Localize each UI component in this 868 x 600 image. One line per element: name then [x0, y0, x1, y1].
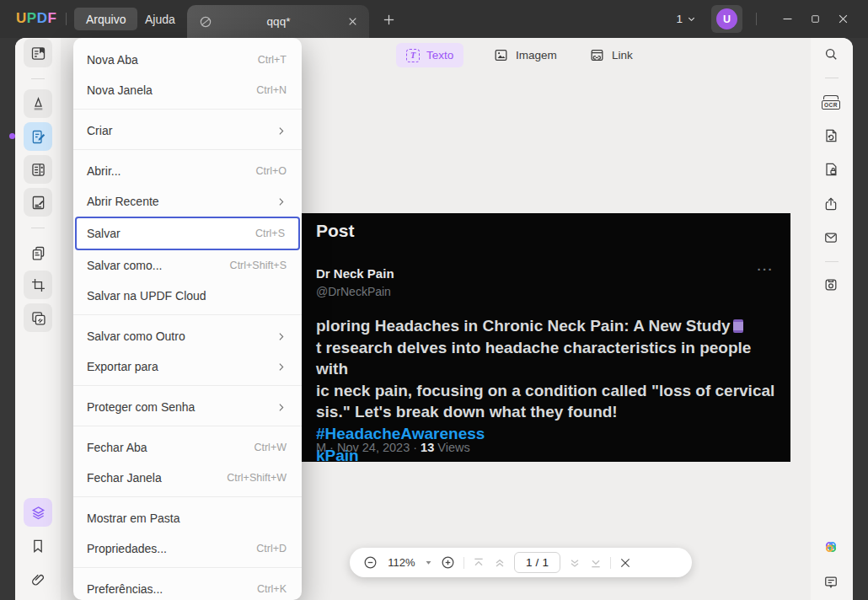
zoom-level[interactable]: 112%: [386, 556, 417, 569]
menu-item-salvar-como[interactable]: Salvar como...Ctrl+Shift+S: [73, 250, 302, 281]
post-header: Post: [316, 221, 355, 241]
window-count-dropdown[interactable]: 1: [676, 13, 696, 25]
account-button[interactable]: U: [711, 5, 742, 33]
menu-item-abrir-recente[interactable]: Abrir Recente: [73, 186, 302, 217]
menu-item-exportar-para[interactable]: Exportar para: [73, 351, 302, 382]
zoom-dropdown-icon[interactable]: [425, 559, 432, 566]
no-edit-icon: [198, 14, 213, 29]
protect-document-icon[interactable]: [817, 156, 844, 183]
menu-item-mostrar-em-pasta[interactable]: Mostrar em Pasta: [73, 503, 302, 533]
sidebar-separator: [825, 78, 839, 78]
document-tab[interactable]: qqq*: [187, 5, 369, 38]
maximize-button[interactable]: [804, 8, 826, 31]
menu-separator: [73, 149, 302, 153]
chevron-right-icon: [276, 362, 287, 372]
link-tool-icon: [589, 47, 605, 63]
search-icon[interactable]: [817, 40, 844, 67]
file-menu: Nova AbaCtrl+TNova JanelaCtrl+NCriarAbri…: [73, 38, 302, 600]
menu-item-salvar-como-outro[interactable]: Salvar como Outro: [73, 321, 302, 351]
forms-icon[interactable]: [24, 155, 52, 184]
zoom-in-button[interactable]: [440, 554, 456, 571]
convert-icon[interactable]: [817, 122, 844, 149]
menu-item-nova-aba[interactable]: Nova AbaCtrl+T: [73, 45, 302, 75]
titlebar-divider: [756, 13, 757, 25]
tab-title: qqq*: [213, 15, 344, 28]
zoom-out-button[interactable]: [362, 554, 378, 571]
menu-item-fechar-aba[interactable]: Fechar AbaCtrl+W: [73, 432, 302, 463]
menu-item-nova-janela[interactable]: Nova JanelaCtrl+N: [73, 75, 302, 105]
new-tab-button[interactable]: [378, 9, 399, 29]
layers-icon[interactable]: [24, 498, 52, 527]
menu-item-abrir[interactable]: Abrir...Ctrl+O: [73, 156, 302, 186]
menu-item-label: Preferências...: [87, 582, 163, 596]
chevron-right-icon: [276, 331, 287, 342]
close-toolbar-button[interactable]: [619, 556, 632, 570]
menu-separator: [73, 426, 302, 429]
more-options-icon: ···: [758, 262, 774, 276]
edit-pdf-icon[interactable]: [24, 122, 52, 151]
post-author: Dr Neck Pain: [316, 266, 394, 281]
tool-imagem-label: Imagem: [516, 49, 557, 62]
tool-texto[interactable]: T Texto: [396, 43, 463, 67]
menu-item-proteger-com-senha[interactable]: Proteger com Senha: [73, 392, 302, 422]
page-indicator[interactable]: 1/1: [514, 552, 560, 573]
share-icon[interactable]: [817, 190, 844, 217]
menu-item-label: Fechar Aba: [87, 441, 147, 454]
next-page-button[interactable]: [568, 556, 581, 570]
chevron-right-icon: [276, 126, 287, 137]
last-page-button[interactable]: [589, 556, 603, 570]
ocr-label: OCR: [822, 100, 840, 110]
menu-item-label: Propriedades...: [87, 542, 167, 555]
toolbar-separator: [463, 557, 464, 569]
post-line: ic neck pain, focusing on a condition ca…: [316, 380, 784, 402]
menu-item-label: Fechar Janela: [87, 471, 162, 485]
comment-icon[interactable]: [817, 569, 844, 596]
menu-item-label: Exportar para: [87, 360, 158, 373]
notification-dot: [9, 133, 15, 139]
menu-shortcut: Ctrl+D: [256, 543, 287, 554]
views-count: 13: [421, 441, 434, 454]
attachment-icon[interactable]: [24, 565, 52, 594]
crop-icon[interactable]: [24, 271, 52, 299]
left-sidebar: [15, 38, 61, 600]
tab-close-icon[interactable]: [344, 13, 361, 30]
mail-icon[interactable]: [817, 224, 844, 251]
menu-item-prefer-ncias[interactable]: Preferências...Ctrl+K: [73, 574, 302, 600]
menu-item-propriedades[interactable]: Propriedades...Ctrl+D: [73, 533, 302, 564]
menu-item-salvar[interactable]: SalvarCtrl+S: [75, 217, 300, 250]
ai-assistant-icon[interactable]: [817, 533, 844, 560]
menu-item-label: Nova Aba: [87, 53, 138, 67]
watermark-icon[interactable]: [24, 303, 52, 332]
titlebar: UPDF Arquivo Ajuda qqq* 1 U: [0, 0, 868, 38]
menu-ajuda[interactable]: Ajuda: [133, 8, 187, 30]
menu-item-label: Nova Janela: [87, 83, 153, 97]
menu-separator: [73, 567, 302, 571]
menu-shortcut: Ctrl+Shift+S: [230, 260, 287, 271]
bookmark-icon[interactable]: [24, 532, 52, 560]
previous-page-button[interactable]: [493, 556, 506, 570]
menu-separator: [73, 314, 302, 318]
menu-item-criar[interactable]: Criar: [73, 115, 302, 146]
text-tool-icon: T: [406, 49, 420, 62]
menu-item-salvar-na-updf-cloud[interactable]: Salvar na UPDF Cloud: [73, 281, 302, 311]
ocr-icon[interactable]: OCR: [817, 88, 844, 115]
reader-mode-icon[interactable]: [24, 39, 52, 67]
tool-imagem[interactable]: Imagem: [493, 43, 557, 67]
logo-letter: D: [37, 10, 48, 26]
close-window-button[interactable]: [832, 8, 854, 31]
menu-shortcut: Ctrl+O: [256, 165, 287, 177]
menu-separator: [73, 109, 302, 112]
menu-arquivo[interactable]: Arquivo: [74, 8, 137, 30]
comment-highlighter-icon[interactable]: [24, 89, 52, 118]
ocr-lid: [823, 95, 839, 99]
save-icon[interactable]: [817, 271, 844, 298]
organize-pages-icon[interactable]: [24, 238, 52, 267]
logo-letter: U: [16, 10, 27, 26]
menu-item-fechar-janela[interactable]: Fechar JanelaCtrl+Shift+W: [73, 463, 302, 493]
current-page: 1: [526, 556, 533, 569]
minimize-button[interactable]: [776, 8, 798, 31]
sign-icon[interactable]: [24, 188, 52, 217]
tool-link[interactable]: Link: [589, 43, 633, 67]
image-tool-icon: [493, 47, 509, 63]
first-page-button[interactable]: [472, 556, 485, 570]
